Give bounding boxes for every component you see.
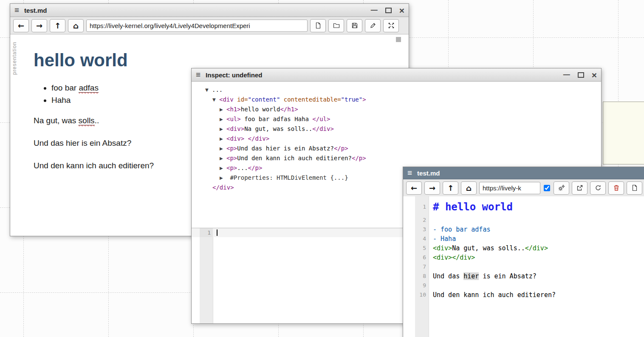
window1-titlebar[interactable]: ≡ test.md — × — [10, 4, 409, 17]
editor-line-content[interactable] — [429, 215, 433, 225]
tree-row[interactable]: ▶<ul> foo bar adfas Haha </ul> — [205, 114, 598, 124]
expand-arrow-icon[interactable]: ▶ — [220, 134, 226, 144]
editor-line[interactable]: 4- Haha — [403, 234, 644, 244]
maximize-button[interactable] — [385, 8, 392, 13]
close-button[interactable]: × — [399, 6, 404, 15]
editor-line-content[interactable]: Und das hier is ein Absatz? — [429, 272, 537, 281]
forward-icon: → — [36, 21, 42, 30]
back-button[interactable]: ← — [406, 181, 422, 195]
code-token: <div> — [433, 244, 452, 252]
line-number: 1 — [200, 228, 213, 237]
tree-row[interactable]: ▶<p>Und das hier is ein Absatz?</p> — [205, 144, 598, 153]
editor-line-content[interactable]: Und den kann ich auch editieren? — [429, 290, 556, 300]
forward-icon: → — [429, 184, 435, 193]
window3-toolbar: ← → ↑ ⌂ — [403, 179, 644, 197]
close-button[interactable]: × — [592, 71, 597, 79]
expand-arrow-icon[interactable]: ▶ — [220, 125, 226, 134]
code-token: > — [362, 96, 366, 103]
code-token: </p> — [352, 155, 366, 161]
new-file-button[interactable] — [310, 19, 326, 32]
tree-row[interactable]: ▶<div> </div> — [205, 134, 598, 144]
tree-row[interactable]: ▶<div>Na gut, was solls..</div> — [205, 124, 598, 134]
save-button[interactable] — [347, 19, 362, 32]
collapse-arrow-icon[interactable]: ▼ — [212, 95, 219, 105]
editor-line[interactable]: 3- foo bar adfas — [403, 225, 644, 234]
collapse-arrow-icon[interactable]: ▼ — [205, 85, 212, 95]
home-button[interactable]: ⌂ — [461, 181, 477, 195]
new-file-button[interactable] — [627, 181, 642, 195]
list-item-text: foo bar — [51, 83, 79, 92]
expand-arrow-icon[interactable]: ▶ — [220, 154, 226, 163]
up-button[interactable]: ↑ — [50, 19, 65, 32]
editor-line[interactable]: 8Und das hier is ein Absatz? — [403, 272, 644, 281]
editor-line-content[interactable]: - foo bar adfas — [429, 225, 490, 234]
reload-button[interactable] — [590, 181, 606, 195]
code-token: - Haha — [433, 235, 456, 243]
expand-arrow-icon[interactable]: ▶ — [220, 115, 226, 124]
tree-row[interactable]: ▶<h1>hello world</h1> — [205, 105, 598, 114]
minimize-button[interactable]: — — [563, 71, 570, 78]
code-token: Und den kann ich auch editieren? — [433, 291, 556, 299]
expand-button[interactable] — [383, 19, 399, 32]
open-folder-button[interactable] — [328, 19, 344, 32]
home-button[interactable]: ⌂ — [68, 19, 84, 32]
hamburger-menu-icon[interactable]: ≡ — [407, 168, 412, 178]
auto-update-checkbox[interactable] — [544, 185, 550, 191]
text-cursor — [217, 229, 217, 236]
tree-row[interactable]: ▶<p>Und den kann ich auch editieren?</p> — [205, 153, 598, 163]
code-token: <div> — [433, 254, 452, 261]
code-token: <div — [219, 96, 234, 103]
forward-button[interactable]: → — [31, 19, 47, 32]
window-controls: — × — [371, 6, 404, 15]
editor-line[interactable]: 9 — [403, 281, 644, 290]
maximize-button[interactable] — [578, 72, 584, 78]
expand-arrow-icon[interactable]: ▶ — [220, 164, 226, 173]
editor-line[interactable]: 2 — [403, 215, 644, 225]
url-input[interactable] — [479, 182, 540, 194]
editor-line-content[interactable] — [429, 281, 433, 290]
editor-line-content[interactable]: - Haha — [429, 234, 456, 244]
editor-line[interactable]: 10Und den kann ich auch editieren? — [403, 290, 644, 300]
window2-titlebar[interactable]: ≡ Inspect: undefined — × — [192, 68, 601, 82]
external-link-icon — [576, 184, 583, 191]
window3-title: test.md — [417, 170, 440, 177]
line-number: 6 — [415, 253, 429, 262]
minimize-button[interactable]: — — [371, 7, 378, 14]
home-icon: ⌂ — [73, 21, 79, 30]
settings-button[interactable] — [554, 181, 569, 195]
line-number: 10 — [415, 290, 429, 300]
line-number: 8 — [415, 272, 429, 281]
editor-line-content[interactable]: <div>Na gut, was solls..</div> — [429, 244, 548, 253]
window3-titlebar[interactable]: ≡ test.md — [403, 167, 644, 179]
editor-line[interactable]: 5<div>Na gut, was solls..</div> — [403, 244, 644, 253]
preview-heading: hello world — [34, 50, 392, 71]
editor-line-content[interactable]: <div></div> — [429, 253, 475, 262]
forward-button[interactable]: → — [424, 181, 440, 195]
markdown-source-editor[interactable]: 1# hello world23- foo bar adfas4- Haha5<… — [403, 196, 644, 337]
editor-line-content[interactable]: # hello world — [429, 200, 513, 215]
edit-button[interactable] — [365, 19, 381, 32]
editor-line[interactable]: 1# hello world — [403, 200, 644, 215]
up-button[interactable]: ↑ — [443, 181, 458, 195]
expand-arrow-icon[interactable]: ▶ — [220, 105, 226, 114]
line-number: 5 — [415, 244, 429, 253]
hamburger-menu-icon[interactable]: ≡ — [14, 6, 19, 15]
editor-line-content[interactable] — [429, 262, 433, 272]
url-input[interactable] — [86, 20, 308, 32]
expand-arrow-icon[interactable]: ▶ — [220, 144, 226, 153]
open-external-button[interactable] — [572, 181, 588, 195]
delete-button[interactable] — [608, 181, 624, 195]
code-token: </p> — [334, 145, 348, 152]
code-token: "true" — [341, 96, 363, 103]
back-button[interactable]: ← — [13, 19, 29, 32]
expand-arrow-icon[interactable]: ▶ — [220, 173, 226, 183]
editor-line[interactable]: 7 — [403, 262, 644, 272]
code-token: <p> — [226, 155, 237, 161]
misspelled-word: solls — [79, 116, 95, 125]
code-token: </ul> — [312, 116, 330, 122]
code-token: Na gut, was solls.. — [244, 125, 312, 132]
tree-row[interactable]: ▼<div id="content" contenteditable="true… — [205, 95, 598, 105]
editor-line[interactable]: 6<div></div> — [403, 253, 644, 262]
tree-row[interactable]: ▼... — [205, 85, 598, 95]
hamburger-menu-icon[interactable]: ≡ — [196, 70, 201, 79]
